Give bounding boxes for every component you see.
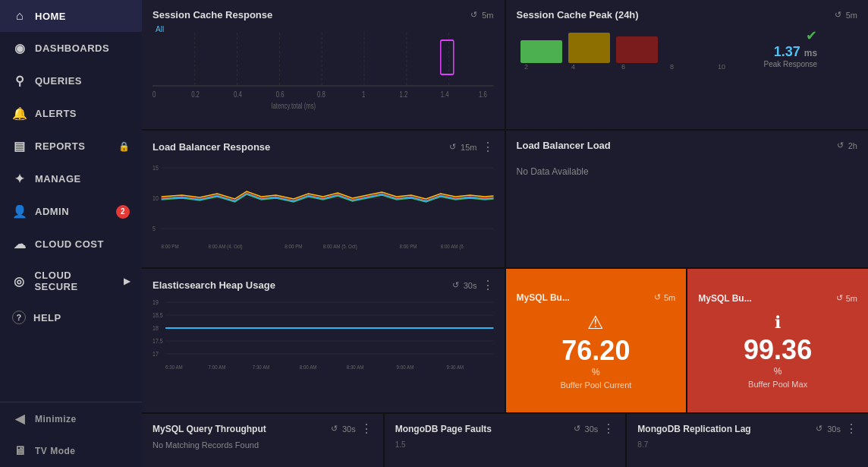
mongodb-page-panel: MongoDB Page Faults ↺ 30s ⋮ 1.5 — [385, 414, 626, 467]
svg-text:8:00 PM: 8:00 PM — [162, 243, 179, 250]
sidebar-item-minimize[interactable]: ◀ Minimize — [0, 402, 142, 435]
peak-chart-container: 2 4 6 8 10 ✔ 1.37 ms Pea — [517, 25, 858, 71]
no-records-label: No Matching Records Found — [153, 440, 373, 450]
svg-text:8:00 PM: 8:00 PM — [285, 243, 302, 250]
more-options-icon[interactable]: ⋮ — [602, 421, 615, 436]
peak-unit: ms — [804, 48, 817, 58]
sidebar-item-label: ALERTS — [35, 108, 77, 119]
lb-response-svg: 15 10 5 — [153, 159, 494, 265]
peak-sublabel: Peak Response — [764, 60, 818, 68]
sidebar-item-label: TV Mode — [35, 446, 76, 456]
sidebar: ⌂ HOME ◉ DASHBOARDS ⚲ QUERIES 🔔 ALERTS ▤… — [0, 0, 142, 467]
sidebar-item-label: REPORTS — [35, 140, 85, 152]
sidebar-item-cloud-cost[interactable]: ☁ CLOUD COST — [0, 228, 142, 260]
svg-text:8:00 AM (5. Oct): 8:00 AM (5. Oct) — [323, 243, 357, 250]
sidebar-item-label: DASHBOARDS — [35, 43, 109, 54]
sidebar-item-reports[interactable]: ▤ REPORTS 🔒 — [0, 130, 142, 163]
svg-text:8:30 AM: 8:30 AM — [347, 364, 364, 371]
panel-controls: ↺ 5m — [654, 292, 675, 302]
sidebar-item-label: QUERIES — [35, 75, 82, 87]
elasticsearch-panel: Elasticsearch Heap Usage ↺ 30s ⋮ 19 18.5… — [142, 269, 505, 412]
panel-header: Session Cache Peak (24h) ↺ 5m — [517, 9, 858, 21]
sidebar-item-dashboards[interactable]: ◉ DASHBOARDS — [0, 32, 142, 65]
sidebar-item-queries[interactable]: ⚲ QUERIES — [0, 65, 142, 97]
peak-value-container: ✔ 1.37 ms Peak Response — [764, 27, 818, 68]
mysql-orange-value: 76.20 — [561, 335, 630, 367]
help-icon: ? — [12, 311, 26, 324]
sidebar-item-label: HELP — [33, 312, 61, 323]
more-options-icon[interactable]: ⋮ — [482, 140, 494, 154]
svg-text:0.2: 0.2 — [191, 90, 200, 99]
es-svg: 19 18.5 18 17.5 17 6:30 — [153, 297, 494, 373]
svg-text:0: 0 — [153, 90, 156, 99]
svg-text:6:30 AM: 6:30 AM — [165, 364, 183, 371]
svg-rect-7 — [441, 40, 454, 74]
svg-text:latency.total (ms): latency.total (ms) — [272, 102, 316, 110]
svg-text:7:00 AM: 7:00 AM — [209, 364, 226, 371]
sidebar-item-label: Minimize — [35, 414, 77, 424]
refresh-icon: ↺ — [574, 424, 580, 434]
panel-controls: ↺ 30s ⋮ — [452, 278, 494, 292]
svg-text:1.6: 1.6 — [479, 90, 487, 99]
refresh-icon: ↺ — [837, 140, 844, 150]
mongodb-replication-title: MongoDB Replication Lag — [637, 424, 750, 434]
svg-text:4: 4 — [571, 63, 575, 71]
sidebar-item-help[interactable]: ? HELP — [0, 301, 142, 333]
more-options-icon[interactable]: ⋮ — [845, 421, 857, 436]
panel-header: Elasticsearch Heap Usage ↺ 30s ⋮ — [153, 278, 494, 292]
peak-value: 1.37 ms — [764, 44, 818, 60]
mysql-orange-unit: % — [592, 367, 600, 377]
svg-text:8:00 PM: 8:00 PM — [400, 243, 417, 250]
svg-text:7:30 AM: 7:30 AM — [253, 364, 270, 371]
cloud-secure-icon: ◎ — [12, 274, 27, 289]
svg-text:5: 5 — [153, 225, 156, 232]
more-options-icon[interactable]: ⋮ — [360, 421, 373, 436]
admin-icon: 👤 — [12, 204, 27, 219]
sidebar-item-label: HOME — [35, 11, 66, 22]
sidebar-item-cloud-secure[interactable]: ◎ CLOUD SECURE ▶ — [0, 260, 142, 301]
panel-header: MySQL Bu... ↺ 5m — [517, 292, 676, 303]
sidebar-item-manage[interactable]: ✦ MANAGE — [0, 163, 142, 195]
svg-text:1.2: 1.2 — [400, 90, 408, 99]
mysql-red-unit: % — [774, 366, 782, 377]
panel-header: Load Balancer Response ↺ 15m ⋮ — [153, 140, 494, 154]
reports-icon: ▤ — [12, 139, 27, 153]
svg-text:17: 17 — [153, 350, 159, 358]
mysql-red-info-icon: ℹ — [775, 313, 781, 333]
mongodb-replication-y-start: 8.7 — [637, 440, 857, 449]
session-cache-peak-panel: Session Cache Peak (24h) ↺ 5m — [506, 0, 869, 129]
sidebar-item-home[interactable]: ⌂ HOME — [0, 0, 142, 32]
panel-header: MySQL Bu... ↺ 5m — [698, 293, 857, 304]
session-cache-peak-title: Session Cache Peak (24h) — [517, 9, 639, 21]
sidebar-item-label: CLOUD COST — [35, 238, 104, 250]
peak-bars-svg: 2 4 6 8 10 — [517, 25, 760, 71]
sidebar-item-alerts[interactable]: 🔔 ALERTS — [0, 97, 142, 130]
refresh-label: 2h — [848, 141, 857, 150]
sidebar-item-label: CLOUD SECURE — [34, 270, 115, 292]
refresh-icon: ↺ — [654, 292, 661, 302]
more-options-icon[interactable]: ⋮ — [482, 278, 494, 292]
es-title: Elasticsearch Heap Usage — [153, 279, 275, 291]
check-icon: ✔ — [806, 27, 817, 44]
alerts-icon: 🔔 — [12, 106, 27, 121]
lock-icon: 🔒 — [118, 141, 131, 152]
refresh-icon: ↺ — [816, 424, 822, 434]
mysql-red-label: Buffer Pool Max — [748, 380, 807, 389]
cloud-cost-icon: ☁ — [12, 237, 27, 251]
svg-text:18: 18 — [153, 324, 159, 332]
sidebar-item-admin[interactable]: 👤 ADMIN 2 — [0, 195, 142, 228]
refresh-icon: ↺ — [470, 10, 477, 20]
load-balancer-response-panel: Load Balancer Response ↺ 15m ⋮ 15 10 5 — [142, 131, 505, 267]
svg-text:18.5: 18.5 — [153, 311, 163, 319]
sidebar-item-tv-mode[interactable]: 🖥 TV Mode — [0, 435, 142, 467]
panel-controls: ↺ 5m — [836, 293, 857, 303]
mongodb-page-y-start: 1.5 — [395, 440, 615, 449]
svg-rect-19 — [520, 40, 562, 63]
home-icon: ⌂ — [12, 9, 27, 23]
panel-controls: ↺ 2h — [837, 140, 857, 150]
svg-rect-20 — [568, 33, 610, 63]
svg-text:6: 6 — [621, 63, 625, 71]
refresh-label: 30s — [342, 424, 356, 434]
panel-controls: ↺ 30s ⋮ — [331, 421, 373, 436]
refresh-icon: ↺ — [452, 280, 459, 290]
